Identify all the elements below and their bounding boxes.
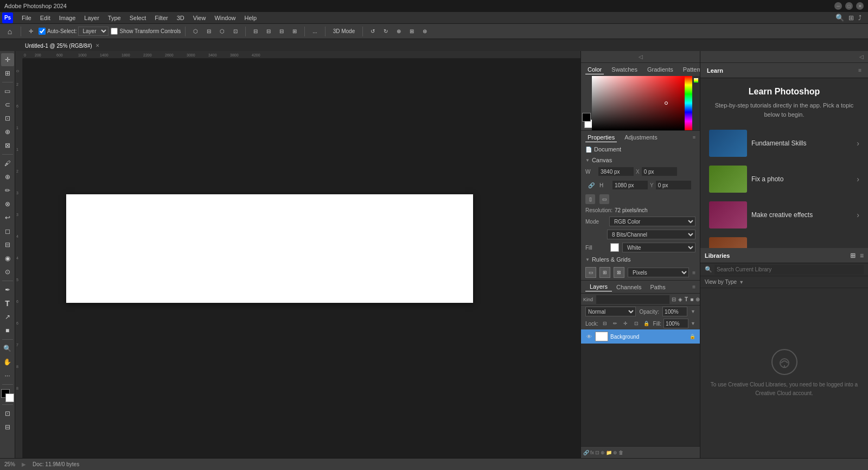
workspace-icon[interactable]: ⊞ <box>848 14 854 22</box>
dist-horiz-button[interactable]: ⊟ <box>250 27 261 35</box>
background-color[interactable] <box>5 393 14 402</box>
adjustment-icon[interactable]: ⊕ <box>601 450 605 455</box>
show-transform-checkbox[interactable] <box>111 28 118 35</box>
filter-pixel-btn[interactable]: ⊟ <box>672 295 676 304</box>
menu-help[interactable]: Help <box>240 14 261 22</box>
opacity-input[interactable] <box>662 307 687 316</box>
menu-select[interactable]: Select <box>125 14 151 22</box>
lock-artboard-btn[interactable]: ⊡ <box>632 319 640 328</box>
learn-item-photo[interactable]: Fix a photo › <box>707 163 861 195</box>
share-icon[interactable]: ⤴ <box>858 14 861 22</box>
navigate-button[interactable]: ⊕ <box>393 27 404 35</box>
height-input[interactable] <box>612 181 648 189</box>
object-select-tool[interactable]: ⊡ <box>1 112 14 125</box>
view-type-chevron[interactable]: ▼ <box>739 280 744 285</box>
fill-chevron[interactable]: ▼ <box>691 321 695 326</box>
ruler-settings-icon[interactable]: ≡ <box>692 270 695 276</box>
dist-vert-button[interactable]: ⊟ <box>263 27 274 35</box>
fill-input[interactable] <box>663 319 688 328</box>
dodge-tool[interactable]: ⊙ <box>1 265 14 278</box>
canvas-section-title[interactable]: ▼ Canvas <box>581 155 700 166</box>
delete-layer-icon[interactable]: 🗑 <box>618 450 623 455</box>
auto-select-type[interactable]: Layer Group <box>78 27 108 36</box>
blend-mode-select[interactable]: Normal Multiply Screen <box>585 307 636 316</box>
panels-collapse-btn[interactable]: ◁ <box>639 54 643 60</box>
canvas-area[interactable] <box>23 59 580 458</box>
y-input[interactable] <box>656 181 691 189</box>
learn-panel-menu[interactable]: ≡ <box>858 67 861 73</box>
color-tab[interactable]: Color <box>585 65 604 74</box>
lasso-tool[interactable]: ⊂ <box>1 98 14 111</box>
home-button[interactable]: ⌂ <box>3 25 16 38</box>
libraries-list-view-btn[interactable]: ≡ <box>860 252 864 259</box>
grid-btn[interactable]: ⊞ <box>599 267 610 278</box>
extras-button[interactable]: ⊛ <box>419 27 430 35</box>
eraser-tool[interactable]: ◻ <box>1 225 14 238</box>
gradient-tool[interactable]: ⊟ <box>1 238 14 251</box>
filter-adjust-btn[interactable]: ◈ <box>678 295 682 304</box>
learn-item-creative[interactable]: Make creative effects › <box>707 199 861 231</box>
color-spectrum[interactable] <box>685 76 692 130</box>
dist-spacing-button[interactable]: ⊟ <box>276 27 287 35</box>
filter-type-btn[interactable]: T <box>685 295 688 304</box>
mode-select[interactable]: RGB Color CMYK Color Grayscale <box>609 217 695 226</box>
move-tool[interactable]: ✛ <box>1 53 14 66</box>
more-options-button[interactable]: ... <box>309 27 320 35</box>
filter-smart-btn[interactable]: ⊕ <box>695 295 700 304</box>
lock-transparent-btn[interactable]: ⊟ <box>601 319 609 328</box>
layer-row-background[interactable]: 👁 Background 🔒 <box>581 329 700 344</box>
learn-panel-collapse-btn[interactable]: ◁ <box>859 54 864 60</box>
ruler-btn[interactable]: ▭ <box>585 267 596 278</box>
opacity-chevron[interactable]: ▼ <box>691 309 695 314</box>
new-layer-icon[interactable]: ⊕ <box>613 450 617 455</box>
crop-tool[interactable]: ⊕ <box>1 125 14 138</box>
quick-mask-btn[interactable]: ⊡ <box>1 407 14 420</box>
healing-tool[interactable]: ⊕ <box>1 170 14 183</box>
lock-position-btn[interactable]: ✛ <box>622 319 630 328</box>
search-icon[interactable]: 🔍 <box>835 14 844 22</box>
close-button[interactable]: ✕ <box>856 2 864 10</box>
adjustments-tab[interactable]: Adjustments <box>622 133 660 142</box>
undo-button[interactable]: ↺ <box>367 27 378 35</box>
dist-auto-button[interactable]: ⊞ <box>289 27 300 35</box>
learn-item-fundamental[interactable]: Fundamental Skills › <box>707 128 861 159</box>
layers-tab[interactable]: Layers <box>585 282 612 291</box>
frame-tool[interactable]: ⊠ <box>1 139 14 152</box>
learn-item-painting[interactable]: Painting › <box>707 235 861 248</box>
pen-tool[interactable]: ✒ <box>1 283 14 296</box>
width-input[interactable] <box>598 167 634 176</box>
artboard-tool[interactable]: ⊞ <box>1 67 14 80</box>
gradients-tab[interactable]: Gradients <box>645 65 675 74</box>
move-tool-options[interactable]: ✛ <box>25 27 36 35</box>
mask-icon[interactable]: ⊡ <box>595 450 599 455</box>
align-middle-button[interactable]: ⊡ <box>230 27 241 35</box>
3d-mode-button[interactable]: 3D Mode <box>330 27 359 35</box>
minimize-button[interactable]: ─ <box>834 2 842 10</box>
clone-tool[interactable]: ⊗ <box>1 198 14 211</box>
eyedropper-tool[interactable]: 🖋 <box>1 157 14 170</box>
filter-shape-btn[interactable]: ■ <box>690 295 693 304</box>
fill-select[interactable]: White Black Transparent <box>622 243 695 252</box>
fill-swatch[interactable] <box>610 243 619 252</box>
hand-tool[interactable]: ✋ <box>1 355 14 369</box>
align-left-button[interactable]: ⬡ <box>190 27 201 35</box>
screen-mode-btn[interactable]: ⊟ <box>1 421 14 434</box>
menu-window[interactable]: Window <box>210 14 240 22</box>
portrait-btn[interactable]: ▯ <box>585 194 595 204</box>
brush-tool[interactable]: ✏ <box>1 184 14 197</box>
menu-file[interactable]: File <box>17 14 36 22</box>
doc-tab-close[interactable]: ✕ <box>95 43 100 48</box>
color-gradient[interactable] <box>592 76 685 130</box>
menu-layer[interactable]: Layer <box>80 14 104 22</box>
path-tool[interactable]: ↗ <box>1 310 14 323</box>
extra-tools[interactable]: ··· <box>1 369 14 382</box>
swatches-tab[interactable]: Swatches <box>609 65 640 74</box>
x-input[interactable] <box>642 167 677 176</box>
menu-view[interactable]: View <box>189 14 210 22</box>
align-center-button[interactable]: ⊟ <box>203 27 214 35</box>
blur-tool[interactable]: ◉ <box>1 252 14 265</box>
align-right-button[interactable]: ⬡ <box>216 27 228 35</box>
patterns-tab[interactable]: Patterns <box>681 65 700 74</box>
menu-filter[interactable]: Filter <box>150 14 172 22</box>
auto-select-checkbox[interactable] <box>39 28 46 35</box>
